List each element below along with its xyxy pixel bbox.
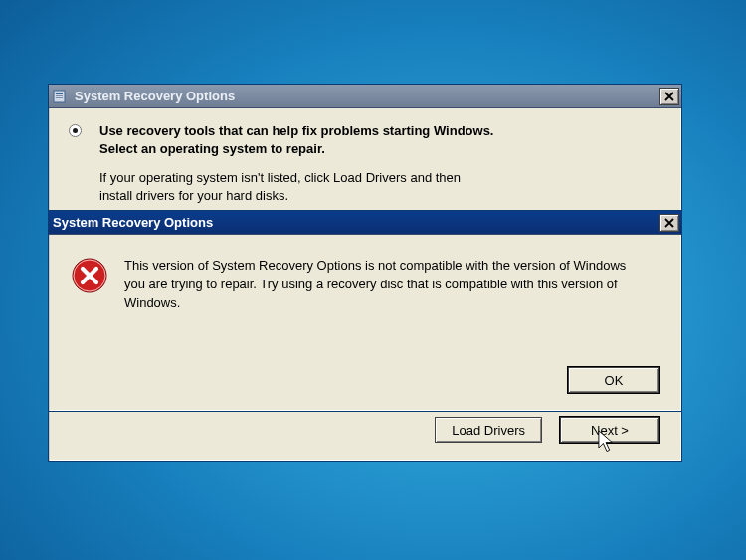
parent-button-strip: Load Drivers Next > [435,417,659,443]
app-icon [53,89,69,104]
option-bold-line2: Select an operating system to repair. [99,141,325,156]
parent-titlebar[interactable]: System Recovery Options [49,85,681,108]
parent-close-button[interactable] [659,88,679,105]
error-dialog: System Recovery Options This version of … [48,210,682,412]
modal-close-button[interactable] [659,214,679,232]
modal-body: This version of System Recovery Options … [49,235,681,313]
error-icon [71,257,108,294]
load-drivers-button[interactable]: Load Drivers [435,417,542,443]
modal-titlebar[interactable]: System Recovery Options [49,211,681,235]
parent-title: System Recovery Options [75,89,235,103]
modal-title: System Recovery Options [53,215,213,230]
ok-button[interactable]: OK [568,367,659,393]
next-button[interactable]: Next > [560,417,659,443]
svg-rect-3 [56,97,63,98]
modal-message: This version of System Recovery Options … [124,257,642,313]
close-icon [664,92,674,101]
modal-button-strip: OK [568,367,659,393]
option-radio-use-recovery-tools[interactable] [69,124,82,137]
svg-rect-1 [56,93,63,94]
close-icon [664,218,674,228]
option-text: Use recovery tools that can help fix pro… [99,122,493,216]
option-bold-line1: Use recovery tools that can help fix pro… [99,123,493,138]
option-help-line1: If your operating system isn't listed, c… [99,170,461,185]
option-help-line2: install drivers for your hard disks. [99,188,288,203]
svg-rect-2 [56,95,63,96]
